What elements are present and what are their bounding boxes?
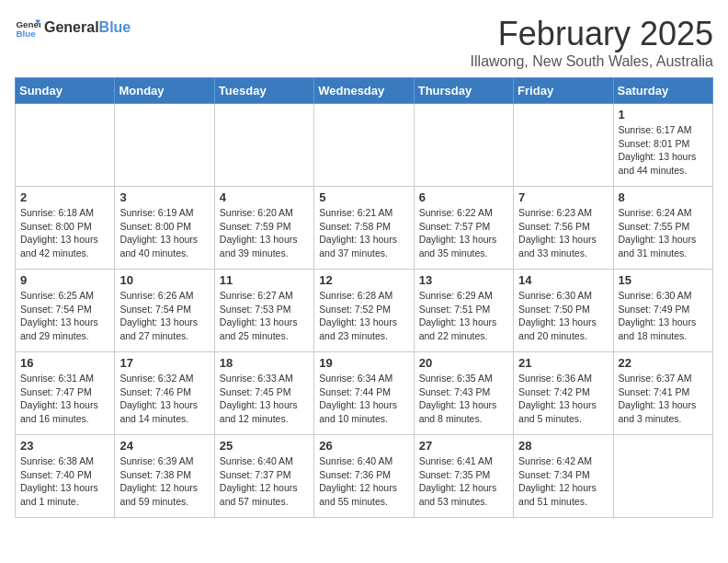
day-info: Sunrise: 6:21 AM Sunset: 7:58 PM Dayligh… [319, 206, 408, 260]
day-cell: 19Sunrise: 6:34 AM Sunset: 7:44 PM Dayli… [314, 352, 414, 435]
day-number: 23 [20, 439, 109, 453]
day-info: Sunrise: 6:32 AM Sunset: 7:46 PM Dayligh… [119, 372, 209, 426]
header: General Blue GeneralBlue February 2025 I… [15, 15, 713, 70]
day-number: 17 [119, 356, 209, 370]
day-number: 9 [20, 273, 109, 287]
day-info: Sunrise: 6:39 AM Sunset: 7:38 PM Dayligh… [119, 454, 209, 509]
day-info: Sunrise: 6:27 AM Sunset: 7:53 PM Dayligh… [220, 289, 309, 343]
day-info: Sunrise: 6:37 AM Sunset: 7:41 PM Dayligh… [619, 372, 708, 426]
weekday-header-sunday: Sunday [16, 78, 115, 104]
day-cell: 16Sunrise: 6:31 AM Sunset: 7:47 PM Dayli… [16, 352, 115, 435]
day-cell: 18Sunrise: 6:33 AM Sunset: 7:45 PM Dayli… [214, 352, 313, 435]
day-cell: 5Sunrise: 6:21 AM Sunset: 7:58 PM Daylig… [314, 187, 414, 270]
day-cell: 12Sunrise: 6:28 AM Sunset: 7:52 PM Dayli… [314, 270, 414, 352]
day-info: Sunrise: 6:22 AM Sunset: 7:57 PM Dayligh… [419, 206, 508, 260]
day-number: 18 [220, 356, 309, 370]
day-cell: 11Sunrise: 6:27 AM Sunset: 7:53 PM Dayli… [214, 270, 313, 352]
day-number: 6 [419, 190, 508, 204]
day-number: 3 [119, 190, 209, 204]
day-info: Sunrise: 6:25 AM Sunset: 7:54 PM Dayligh… [20, 289, 109, 343]
day-number: 21 [518, 356, 608, 370]
day-info: Sunrise: 6:20 AM Sunset: 7:59 PM Dayligh… [220, 206, 309, 260]
day-info: Sunrise: 6:41 AM Sunset: 7:35 PM Dayligh… [419, 454, 508, 509]
day-cell: 28Sunrise: 6:42 AM Sunset: 7:34 PM Dayli… [514, 435, 613, 518]
day-number: 1 [619, 108, 708, 121]
day-cell: 6Sunrise: 6:22 AM Sunset: 7:57 PM Daylig… [414, 187, 513, 270]
day-cell: 22Sunrise: 6:37 AM Sunset: 7:41 PM Dayli… [613, 352, 712, 435]
day-cell: 25Sunrise: 6:40 AM Sunset: 7:37 PM Dayli… [214, 435, 313, 518]
title-area: February 2025 Illawong, New South Wales,… [471, 15, 713, 70]
location-title: Illawong, New South Wales, Australia [471, 53, 713, 70]
week-row-3: 16Sunrise: 6:31 AM Sunset: 7:47 PM Dayli… [16, 352, 713, 435]
day-info: Sunrise: 6:17 AM Sunset: 8:01 PM Dayligh… [619, 123, 708, 178]
weekday-header-row: SundayMondayTuesdayWednesdayThursdayFrid… [16, 78, 713, 104]
day-cell: 1Sunrise: 6:17 AM Sunset: 8:01 PM Daylig… [613, 104, 712, 187]
day-info: Sunrise: 6:23 AM Sunset: 7:56 PM Dayligh… [518, 206, 608, 260]
day-cell [514, 104, 613, 187]
day-cell [214, 104, 313, 187]
day-cell: 9Sunrise: 6:25 AM Sunset: 7:54 PM Daylig… [16, 270, 115, 352]
day-cell [16, 104, 115, 187]
day-cell [314, 104, 414, 187]
week-row-0: 1Sunrise: 6:17 AM Sunset: 8:01 PM Daylig… [16, 104, 713, 187]
day-info: Sunrise: 6:40 AM Sunset: 7:36 PM Dayligh… [319, 454, 408, 509]
week-row-1: 2Sunrise: 6:18 AM Sunset: 8:00 PM Daylig… [16, 187, 713, 270]
day-info: Sunrise: 6:34 AM Sunset: 7:44 PM Dayligh… [319, 372, 408, 426]
weekday-header-wednesday: Wednesday [314, 78, 414, 104]
day-number: 20 [419, 356, 508, 370]
day-info: Sunrise: 6:35 AM Sunset: 7:43 PM Dayligh… [419, 372, 508, 426]
day-number: 2 [20, 190, 109, 204]
weekday-header-monday: Monday [115, 78, 214, 104]
day-info: Sunrise: 6:18 AM Sunset: 8:00 PM Dayligh… [20, 206, 109, 260]
day-number: 16 [20, 356, 109, 370]
calendar-table: SundayMondayTuesdayWednesdayThursdayFrid… [15, 77, 713, 518]
day-cell: 26Sunrise: 6:40 AM Sunset: 7:36 PM Dayli… [314, 435, 414, 518]
week-row-4: 23Sunrise: 6:38 AM Sunset: 7:40 PM Dayli… [16, 435, 713, 518]
svg-text:Blue: Blue [16, 29, 36, 39]
day-info: Sunrise: 6:28 AM Sunset: 7:52 PM Dayligh… [319, 289, 408, 343]
day-info: Sunrise: 6:38 AM Sunset: 7:40 PM Dayligh… [20, 454, 109, 509]
day-number: 26 [319, 439, 408, 453]
weekday-header-saturday: Saturday [613, 78, 712, 104]
day-cell: 13Sunrise: 6:29 AM Sunset: 7:51 PM Dayli… [414, 270, 513, 352]
logo-icon: General Blue [15, 15, 40, 40]
logo-general: General [44, 19, 99, 35]
day-info: Sunrise: 6:19 AM Sunset: 8:00 PM Dayligh… [119, 206, 209, 260]
day-cell: 27Sunrise: 6:41 AM Sunset: 7:35 PM Dayli… [414, 435, 513, 518]
day-number: 28 [518, 439, 608, 453]
day-number: 27 [419, 439, 508, 453]
weekday-header-thursday: Thursday [414, 78, 513, 104]
day-cell: 21Sunrise: 6:36 AM Sunset: 7:42 PM Dayli… [514, 352, 613, 435]
day-info: Sunrise: 6:26 AM Sunset: 7:54 PM Dayligh… [119, 289, 209, 343]
day-number: 15 [619, 273, 708, 287]
day-number: 24 [119, 439, 209, 453]
day-info: Sunrise: 6:33 AM Sunset: 7:45 PM Dayligh… [220, 372, 309, 426]
day-number: 13 [419, 273, 508, 287]
day-cell: 10Sunrise: 6:26 AM Sunset: 7:54 PM Dayli… [115, 270, 214, 352]
day-number: 22 [619, 356, 708, 370]
day-number: 11 [220, 273, 309, 287]
day-cell: 24Sunrise: 6:39 AM Sunset: 7:38 PM Dayli… [115, 435, 214, 518]
day-number: 25 [220, 439, 309, 453]
week-row-2: 9Sunrise: 6:25 AM Sunset: 7:54 PM Daylig… [16, 270, 713, 352]
day-info: Sunrise: 6:40 AM Sunset: 7:37 PM Dayligh… [220, 454, 309, 509]
day-info: Sunrise: 6:24 AM Sunset: 7:55 PM Dayligh… [619, 206, 708, 260]
day-number: 10 [119, 273, 209, 287]
day-cell: 14Sunrise: 6:30 AM Sunset: 7:50 PM Dayli… [514, 270, 613, 352]
day-info: Sunrise: 6:29 AM Sunset: 7:51 PM Dayligh… [419, 289, 508, 343]
day-number: 4 [220, 190, 309, 204]
day-number: 19 [319, 356, 408, 370]
day-number: 12 [319, 273, 408, 287]
day-info: Sunrise: 6:31 AM Sunset: 7:47 PM Dayligh… [20, 372, 109, 426]
day-cell: 4Sunrise: 6:20 AM Sunset: 7:59 PM Daylig… [214, 187, 313, 270]
day-cell: 2Sunrise: 6:18 AM Sunset: 8:00 PM Daylig… [16, 187, 115, 270]
day-cell [414, 104, 513, 187]
day-number: 7 [518, 190, 608, 204]
day-cell: 15Sunrise: 6:30 AM Sunset: 7:49 PM Dayli… [613, 270, 712, 352]
day-info: Sunrise: 6:30 AM Sunset: 7:49 PM Dayligh… [619, 289, 708, 343]
day-cell: 8Sunrise: 6:24 AM Sunset: 7:55 PM Daylig… [613, 187, 712, 270]
day-number: 14 [518, 273, 608, 287]
day-cell: 17Sunrise: 6:32 AM Sunset: 7:46 PM Dayli… [115, 352, 214, 435]
logo: General Blue GeneralBlue [15, 15, 131, 40]
day-cell: 20Sunrise: 6:35 AM Sunset: 7:43 PM Dayli… [414, 352, 513, 435]
